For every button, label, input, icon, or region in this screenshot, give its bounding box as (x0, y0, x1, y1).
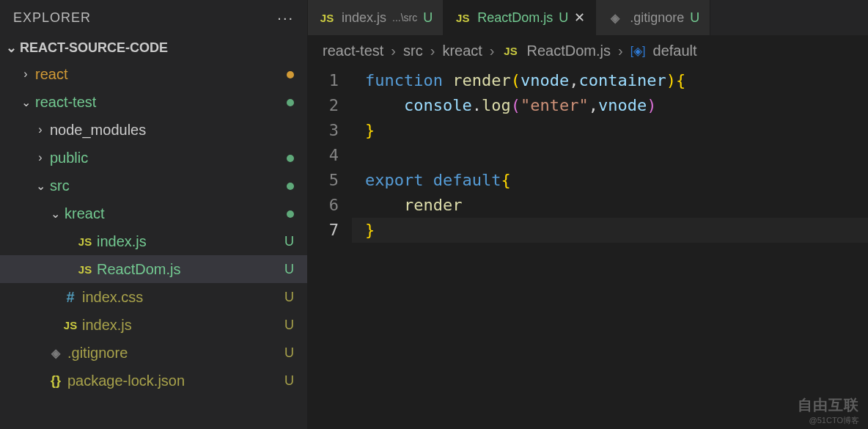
tree-item-label: public (50, 150, 279, 166)
line-gutter: 1234567 (308, 67, 352, 429)
git-status: U (423, 10, 433, 26)
tree-item-label: index.css (82, 289, 279, 306)
git-status (279, 95, 294, 110)
chevron-right-icon: › (19, 67, 32, 81)
chevron-right-icon: › (430, 43, 435, 59)
code-line[interactable]: export default{ (352, 168, 868, 193)
chevron-down-icon: ⌄ (48, 207, 62, 221)
file-tree: ›react⌄react-test›node_modules›public⌄sr… (0, 60, 307, 429)
git-status (279, 206, 294, 221)
tree-item[interactable]: ⌄src (0, 172, 307, 199)
editor-area: JSindex.js...\srcUJSReactDom.jsU✕◈.gitig… (308, 0, 868, 429)
chevron-right-icon: › (391, 43, 396, 59)
line-number: 6 (308, 193, 352, 218)
tree-item[interactable]: JSindex.jsU (0, 311, 307, 339)
js-file-icon: JS (76, 235, 94, 248)
breadcrumb[interactable]: react-test›src›kreact›JSReactDom.js›[◈]d… (308, 35, 868, 67)
sidebar: EXPLORER ··· ⌄ REACT-SOURCE-CODE ›react⌄… (0, 0, 308, 429)
symbol-icon: [◈] (630, 44, 646, 58)
tree-item-label: kreact (65, 205, 279, 222)
tab-label: .gitignore (630, 10, 684, 26)
breadcrumb-segment[interactable]: kreact (442, 43, 482, 59)
line-number: 7 (308, 218, 352, 243)
tree-item-label: package-lock.json (67, 373, 279, 389)
js-file-icon: JS (62, 319, 79, 331)
line-number: 2 (308, 93, 352, 118)
tree-item-label: react-test (35, 94, 279, 111)
tree-item[interactable]: #index.cssU (0, 283, 307, 311)
js-file-icon: JS (502, 45, 520, 57)
workspace-title: REACT-SOURCE-CODE (20, 40, 168, 56)
more-actions-icon[interactable]: ··· (277, 10, 294, 26)
tabs-bar: JSindex.js...\srcUJSReactDom.jsU✕◈.gitig… (308, 0, 868, 35)
code-editor[interactable]: 1234567 function render(vnode,container)… (308, 67, 868, 429)
tree-item[interactable]: ⌄kreact (0, 199, 307, 227)
chevron-down-icon: ⌄ (6, 40, 17, 56)
line-number: 1 (308, 68, 352, 93)
tree-item[interactable]: ›react (0, 60, 307, 88)
chevron-right-icon: › (34, 123, 47, 136)
code-line[interactable]: function render(vnode,container){ (352, 68, 868, 93)
git-status: U (279, 262, 294, 277)
tree-item-label: index.js (82, 317, 279, 334)
tab-dir: ...\src (392, 12, 417, 23)
tree-item[interactable]: ›public (0, 144, 307, 172)
breadcrumb-file[interactable]: ReactDom.js (527, 43, 611, 59)
git-status: U (279, 318, 294, 333)
line-number: 3 (308, 118, 352, 143)
git-status (279, 150, 294, 166)
chevron-down-icon: ⌄ (19, 95, 32, 109)
gitignore-icon: ◈ (47, 346, 65, 360)
breadcrumb-segment[interactable]: react-test (323, 43, 383, 59)
js-file-icon: JS (454, 12, 471, 24)
tree-item[interactable]: ⌄react-test (0, 88, 307, 116)
git-status (279, 67, 294, 82)
chevron-right-icon: › (34, 151, 47, 164)
editor-tab[interactable]: JSReactDom.jsU✕ (444, 0, 596, 35)
tree-item-label: react (35, 66, 279, 83)
git-status: U (279, 290, 294, 305)
git-status (279, 178, 294, 194)
git-status: U (279, 373, 294, 389)
tree-item[interactable]: ◈.gitignoreU (0, 339, 307, 367)
explorer-title: EXPLORER (13, 10, 91, 26)
tree-item-label: ReactDom.js (97, 261, 279, 278)
tree-item[interactable]: JSindex.jsU (0, 227, 307, 255)
editor-tab[interactable]: JSindex.js...\srcU (308, 0, 444, 35)
tree-item[interactable]: JSReactDom.jsU (0, 255, 307, 283)
js-file-icon: JS (76, 263, 94, 276)
line-number: 4 (308, 143, 352, 168)
breadcrumb-symbol[interactable]: default (653, 43, 697, 59)
git-status: U (279, 345, 294, 361)
json-file-icon: {} (47, 373, 65, 389)
workspace-header[interactable]: ⌄ REACT-SOURCE-CODE (0, 35, 307, 60)
tree-item-label: index.js (97, 233, 279, 250)
tab-label: index.js (342, 10, 386, 26)
code-line[interactable]: } (352, 118, 868, 143)
tab-label: ReactDom.js (477, 10, 553, 26)
gitignore-icon: ◈ (606, 11, 624, 25)
line-number: 5 (308, 168, 352, 193)
breadcrumb-segment[interactable]: src (403, 43, 423, 59)
chevron-right-icon: › (618, 43, 623, 59)
css-file-icon: # (62, 289, 79, 306)
code-lines[interactable]: function render(vnode,container){ consol… (352, 67, 868, 429)
git-status: U (690, 10, 699, 26)
close-icon[interactable]: ✕ (574, 10, 585, 26)
git-status: U (279, 234, 294, 249)
code-line[interactable]: } (352, 218, 868, 243)
chevron-right-icon: › (490, 43, 495, 59)
tree-item[interactable]: {}package-lock.jsonU (0, 367, 307, 395)
editor-tab[interactable]: ◈.gitignoreU (596, 0, 710, 35)
tree-item[interactable]: ›node_modules (0, 116, 307, 144)
code-line[interactable] (352, 143, 868, 168)
code-line[interactable]: render (352, 193, 868, 218)
chevron-down-icon: ⌄ (34, 179, 47, 193)
js-file-icon: JS (318, 12, 336, 24)
tree-item-label: .gitignore (67, 345, 279, 362)
tree-item-label: node_modules (50, 122, 279, 139)
tree-item-label: src (50, 177, 279, 194)
code-line[interactable]: console.log("enter",vnode) (352, 93, 868, 118)
explorer-header: EXPLORER ··· (0, 0, 307, 35)
git-status: U (559, 10, 568, 26)
